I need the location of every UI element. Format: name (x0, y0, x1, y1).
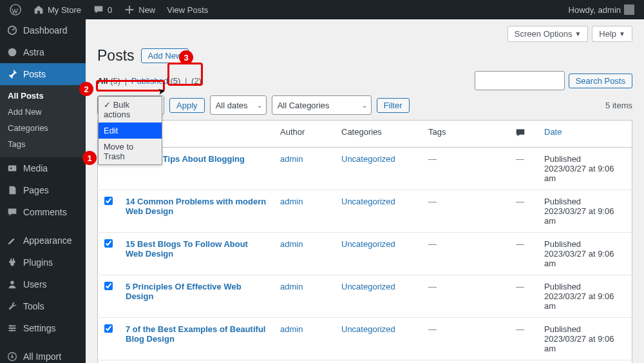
table-row: 5 Principles Of Effective Web Designadmi… (98, 275, 632, 318)
post-date: 2023/03/27 at 9:06 am (544, 206, 614, 226)
bulk-option-edit[interactable]: Edit (99, 123, 162, 139)
post-title-link[interactable]: 14 Common Problems with modern Web Desig… (126, 197, 266, 216)
post-tags: — (428, 154, 437, 164)
caret-down-icon: ▼ (574, 30, 581, 37)
post-tags: — (428, 324, 437, 334)
admin-sidemenu: Dashboard Astra Posts All Posts Add New … (0, 19, 86, 363)
submenu-categories[interactable]: Categories (0, 120, 86, 136)
wrench-icon (6, 300, 18, 312)
new-link[interactable]: New (119, 0, 160, 19)
post-comments: — (516, 282, 524, 291)
category-filter-select[interactable]: All Categories⌄ (272, 95, 372, 115)
svg-point-5 (10, 281, 14, 284)
avatar (624, 5, 634, 15)
filter-all[interactable]: All (97, 76, 108, 86)
post-category-link[interactable]: Uncategorized (341, 239, 395, 249)
post-author-link[interactable]: admin (280, 197, 303, 206)
sidemenu-astra[interactable]: Astra (0, 41, 86, 63)
main-content: Screen Options▼ Help▼ Posts Add New All … (86, 19, 644, 363)
post-category-link[interactable]: Uncategorized (341, 154, 395, 164)
post-title-link[interactable]: 5 Principles Of Effective Web Design (126, 282, 242, 301)
caret-down-icon: ⌄ (257, 102, 262, 109)
filter-published[interactable]: Published (131, 76, 168, 86)
row-checkbox[interactable] (104, 239, 113, 248)
annotation-badge-1: 1 (82, 151, 97, 165)
post-date: 2023/03/27 at 9:06 am (544, 164, 614, 183)
post-date-status: Published (544, 197, 581, 206)
post-comments: — (516, 154, 524, 164)
sidemenu-comments[interactable]: Comments (0, 201, 86, 223)
wp-logo[interactable] (5, 0, 26, 19)
status-filters: All (5) | Published (5) | (2) (97, 76, 202, 86)
filter-button[interactable]: Filter (377, 98, 410, 113)
post-date: 2023/03/27 at 9:06 am (544, 334, 614, 353)
post-author-link[interactable]: admin (280, 282, 303, 291)
comment-column-icon[interactable] (515, 127, 526, 139)
sidemenu-pages[interactable]: Pages (0, 179, 86, 201)
post-author-link[interactable]: admin (280, 324, 303, 334)
submenu-tags[interactable]: Tags (0, 136, 86, 152)
comments-link[interactable]: 0 (88, 0, 117, 19)
screen-options-button[interactable]: Screen Options▼ (507, 26, 589, 42)
astra-icon (6, 46, 18, 58)
sliders-icon (6, 322, 18, 334)
view-posts-link[interactable]: View Posts (162, 0, 213, 19)
submenu-all-posts[interactable]: All Posts (0, 88, 86, 104)
bulk-option-trash[interactable]: Move to Trash (99, 139, 162, 164)
pin-icon (6, 68, 18, 80)
plus-icon (124, 4, 135, 15)
date-filter-select[interactable]: All dates⌄ (210, 95, 267, 115)
sidemenu-dashboard[interactable]: Dashboard (0, 19, 86, 41)
post-date-status: Published (544, 324, 581, 334)
admin-toolbar: My Store 0 New View Posts Howdy, admin (0, 0, 644, 19)
sidemenu-posts[interactable]: Posts (0, 63, 86, 85)
post-author-link[interactable]: admin (280, 239, 303, 249)
sidemenu-media[interactable]: Media (0, 157, 86, 179)
post-title-link[interactable]: 15 Best Blogs To Follow About Web Design (126, 239, 248, 259)
sidemenu-tools[interactable]: Tools (0, 295, 86, 317)
media-icon (6, 162, 18, 174)
post-date-status: Published (544, 282, 581, 291)
search-input[interactable] (475, 71, 565, 90)
post-tags: — (428, 282, 437, 291)
sidemenu-all-import[interactable]: All Import (0, 346, 86, 363)
sidemenu-settings[interactable]: Settings (0, 317, 86, 339)
search-posts-button[interactable]: Search Posts (569, 74, 632, 88)
post-date: 2023/03/27 at 9:06 am (544, 291, 614, 311)
sidemenu-users[interactable]: Users (0, 273, 86, 295)
post-comments: — (516, 324, 524, 334)
col-author: Author (274, 121, 335, 148)
post-category-link[interactable]: Uncategorized (341, 324, 395, 334)
howdy-link[interactable]: Howdy, admin (564, 0, 639, 19)
bulk-actions-dropdown: Bulk actions Edit Move to Trash (98, 96, 162, 165)
plug-icon (6, 257, 18, 268)
post-title-link[interactable]: 7 of the Best Examples of Beautiful Blog… (126, 324, 265, 344)
comments-icon (6, 206, 18, 218)
apply-button[interactable]: Apply (169, 98, 205, 113)
site-name-link[interactable]: My Store (28, 0, 86, 19)
post-category-link[interactable]: Uncategorized (341, 282, 395, 291)
sidemenu-appearance[interactable]: Appearance (0, 230, 86, 251)
post-author-link[interactable]: admin (280, 154, 303, 164)
page-icon (6, 184, 18, 196)
post-comments: — (516, 239, 524, 249)
bulk-actions-select[interactable]: Bulk actions Bulk actions Edit Move to T… (97, 95, 164, 115)
post-category-link[interactable]: Uncategorized (341, 197, 395, 206)
col-date[interactable]: Date (544, 127, 562, 137)
row-checkbox[interactable] (104, 197, 113, 205)
wordpress-icon (10, 4, 21, 15)
brush-icon (6, 235, 18, 246)
row-checkbox[interactable] (104, 282, 113, 290)
user-icon (6, 279, 18, 290)
posts-submenu: All Posts Add New Categories Tags (0, 85, 86, 157)
post-date-status: Published (544, 239, 581, 249)
submenu-add-new[interactable]: Add New (0, 104, 86, 120)
help-button[interactable]: Help▼ (592, 26, 632, 42)
row-checkbox[interactable] (104, 324, 113, 333)
home-icon (33, 4, 44, 15)
post-date: 2023/03/27 at 9:06 am (544, 249, 614, 268)
svg-point-0 (10, 5, 21, 15)
sidemenu-plugins[interactable]: Plugins (0, 251, 86, 273)
bulk-option-none[interactable]: Bulk actions (99, 97, 162, 123)
comment-icon (93, 4, 104, 15)
